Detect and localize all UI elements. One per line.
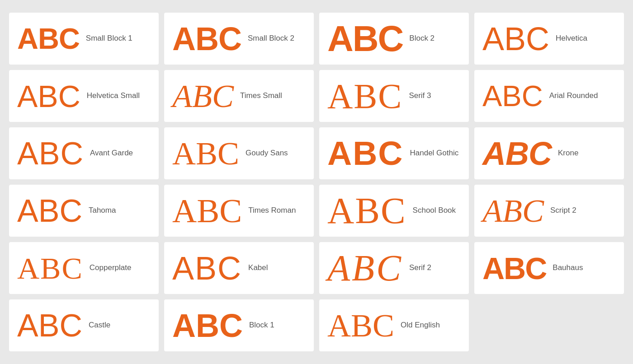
font-name-arial-rounded: Arial Rounded [549, 91, 598, 101]
abc-display-small-block-2: ABC [172, 23, 241, 55]
font-name-goudy-sans: Goudy Sans [246, 148, 288, 158]
font-card-times-small[interactable]: ABCTimes Small [164, 70, 314, 122]
abc-display-goudy-sans: ABC [172, 137, 239, 170]
font-name-avant-garde: Avant Garde [90, 148, 133, 158]
abc-display-block-1: ABC [172, 309, 243, 342]
font-name-bauhaus: Bauhaus [553, 263, 583, 273]
abc-display-arial-rounded: ABC [482, 81, 543, 111]
font-name-small-block-1: Small Block 1 [86, 33, 132, 43]
abc-display-handel-gothic: ABC [327, 136, 404, 170]
font-card-bauhaus[interactable]: ABCBauhaus [474, 242, 624, 294]
font-name-helvetica: Helvetica [556, 33, 587, 43]
font-card-script-2[interactable]: ABCScript 2 [474, 185, 624, 237]
abc-display-block-2: ABC [327, 21, 403, 57]
abc-display-helvetica-small: ABC [17, 81, 80, 112]
font-card-serif-3[interactable]: ABCSerif 3 [319, 70, 469, 122]
font-name-serif-2: Serif 2 [409, 263, 431, 273]
font-card-arial-rounded[interactable]: ABCArial Rounded [474, 70, 624, 122]
font-name-helvetica-small: Helvetica Small [87, 91, 140, 101]
font-name-castle: Castle [89, 320, 110, 330]
abc-display-kabel: ABC [172, 252, 242, 285]
font-card-goudy-sans[interactable]: ABCGoudy Sans [164, 127, 314, 179]
font-name-handel-gothic: Handel Gothic [410, 148, 459, 158]
abc-display-tahoma: ABC [17, 195, 82, 227]
font-card-small-block-2[interactable]: ABCSmall Block 2 [164, 13, 314, 65]
font-card-handel-gothic[interactable]: ABCHandel Gothic [319, 127, 469, 179]
abc-display-avant-garde: ABC [17, 138, 84, 169]
font-card-castle[interactable]: ABCCastle [9, 299, 159, 351]
font-card-block-1[interactable]: ABCBlock 1 [164, 299, 314, 351]
abc-display-times-roman: ABC [172, 194, 242, 228]
font-card-copperplate[interactable]: ABCCopperplate [9, 242, 159, 294]
abc-display-small-block-1: ABC [17, 24, 80, 53]
font-name-old-english: Old English [401, 320, 440, 330]
abc-display-copperplate: ABC [17, 253, 83, 284]
font-grid: ABCSmall Block 1ABCSmall Block 2ABCBlock… [9, 13, 624, 351]
main-container: ABCSmall Block 1ABCSmall Block 2ABCBlock… [0, 4, 633, 360]
font-name-school-book: School Book [413, 205, 456, 215]
font-card-krone[interactable]: ABCKrone [474, 127, 624, 179]
font-card-serif-2[interactable]: ABCSerif 2 [319, 242, 469, 294]
font-card-helvetica[interactable]: ABCHelvetica [474, 13, 624, 65]
font-card-small-block-1[interactable]: ABCSmall Block 1 [9, 13, 159, 65]
font-name-krone: Krone [558, 148, 578, 158]
font-card-tahoma[interactable]: ABCTahoma [9, 185, 159, 237]
font-name-copperplate: Copperplate [90, 263, 132, 273]
font-name-script-2: Script 2 [550, 205, 576, 215]
font-card-school-book[interactable]: ABCSchool Book [319, 185, 469, 237]
font-card-times-roman[interactable]: ABCTimes Roman [164, 185, 314, 237]
font-card-kabel[interactable]: ABCKabel [164, 242, 314, 294]
abc-display-script-2: ABC [482, 195, 544, 227]
font-name-serif-3: Serif 3 [409, 91, 431, 101]
font-name-times-small: Times Small [240, 91, 282, 101]
font-name-times-roman: Times Roman [248, 205, 296, 215]
abc-display-times-small: ABC [172, 80, 234, 112]
abc-display-bauhaus: ABC [482, 253, 546, 284]
font-card-helvetica-small[interactable]: ABCHelvetica Small [9, 70, 159, 122]
abc-display-krone: ABC [482, 137, 552, 170]
font-card-avant-garde[interactable]: ABCAvant Garde [9, 127, 159, 179]
font-name-tahoma: Tahoma [89, 205, 116, 215]
font-name-small-block-2: Small Block 2 [248, 33, 294, 43]
abc-display-school-book: ABC [327, 192, 406, 229]
font-card-old-english[interactable]: ABCOld English [319, 299, 469, 351]
abc-display-castle: ABC [17, 310, 82, 341]
abc-display-serif-3: ABC [327, 79, 402, 114]
abc-display-old-english: ABC [327, 309, 394, 342]
font-card-block-2[interactable]: ABCBlock 2 [319, 13, 469, 65]
abc-display-helvetica: ABC [482, 23, 549, 55]
font-name-block-2: Block 2 [409, 33, 435, 43]
font-name-block-1: Block 1 [249, 320, 274, 330]
font-name-kabel: Kabel [248, 263, 268, 273]
abc-display-serif-2: ABC [327, 250, 403, 287]
